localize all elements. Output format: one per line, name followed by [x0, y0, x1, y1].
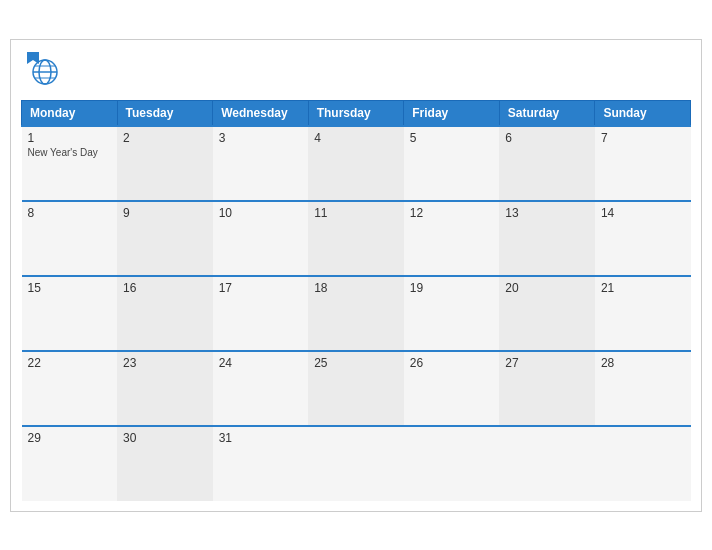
- calendar-day-cell: 21: [595, 276, 691, 351]
- calendar-day-cell: 14: [595, 201, 691, 276]
- calendar-day-cell: 30: [117, 426, 213, 501]
- calendar-day-cell: 31: [213, 426, 309, 501]
- day-number: 27: [505, 356, 589, 370]
- weekday-header-cell: Sunday: [595, 100, 691, 126]
- calendar-day-cell: 24: [213, 351, 309, 426]
- day-number: 7: [601, 131, 685, 145]
- calendar-day-cell: 11: [308, 201, 404, 276]
- weekday-header-row: MondayTuesdayWednesdayThursdayFridaySatu…: [22, 100, 691, 126]
- calendar-day-cell: 7: [595, 126, 691, 201]
- day-number: 12: [410, 206, 494, 220]
- day-number: 30: [123, 431, 207, 445]
- holiday-label: New Year's Day: [28, 147, 112, 158]
- calendar-day-cell: 15: [22, 276, 118, 351]
- calendar-grid: MondayTuesdayWednesdayThursdayFridaySatu…: [21, 100, 691, 501]
- logo-icon: [25, 50, 65, 90]
- day-number: 6: [505, 131, 589, 145]
- day-number: 15: [28, 281, 112, 295]
- day-number: 8: [28, 206, 112, 220]
- calendar-day-cell: 10: [213, 201, 309, 276]
- calendar-day-cell: 26: [404, 351, 500, 426]
- day-number: 23: [123, 356, 207, 370]
- day-number: 14: [601, 206, 685, 220]
- calendar-day-cell: 29: [22, 426, 118, 501]
- day-number: 17: [219, 281, 303, 295]
- calendar-week-row: 22232425262728: [22, 351, 691, 426]
- calendar-day-cell: 28: [595, 351, 691, 426]
- weekday-header-cell: Wednesday: [213, 100, 309, 126]
- day-number: 22: [28, 356, 112, 370]
- calendar-day-cell: 8: [22, 201, 118, 276]
- calendar-header: [21, 50, 691, 90]
- calendar-week-row: 1New Year's Day234567: [22, 126, 691, 201]
- day-number: 3: [219, 131, 303, 145]
- calendar-day-cell: 2: [117, 126, 213, 201]
- calendar-day-cell: 25: [308, 351, 404, 426]
- calendar-day-cell: 13: [499, 201, 595, 276]
- calendar-day-cell: 1New Year's Day: [22, 126, 118, 201]
- svg-marker-6: [27, 52, 39, 64]
- calendar-body: 1New Year's Day2345678910111213141516171…: [22, 126, 691, 501]
- logo: [25, 50, 65, 90]
- day-number: 5: [410, 131, 494, 145]
- day-number: 4: [314, 131, 398, 145]
- day-number: 10: [219, 206, 303, 220]
- day-number: 19: [410, 281, 494, 295]
- calendar-day-cell: 6: [499, 126, 595, 201]
- weekday-header-cell: Tuesday: [117, 100, 213, 126]
- calendar-day-cell: 20: [499, 276, 595, 351]
- day-number: 13: [505, 206, 589, 220]
- day-number: 21: [601, 281, 685, 295]
- calendar-day-cell: 3: [213, 126, 309, 201]
- calendar-day-cell: 19: [404, 276, 500, 351]
- day-number: 11: [314, 206, 398, 220]
- calendar-day-cell: 23: [117, 351, 213, 426]
- calendar-day-cell: [404, 426, 500, 501]
- day-number: 16: [123, 281, 207, 295]
- weekday-header-cell: Monday: [22, 100, 118, 126]
- day-number: 31: [219, 431, 303, 445]
- day-number: 18: [314, 281, 398, 295]
- weekday-header-cell: Thursday: [308, 100, 404, 126]
- calendar-day-cell: 9: [117, 201, 213, 276]
- day-number: 26: [410, 356, 494, 370]
- calendar-day-cell: 18: [308, 276, 404, 351]
- calendar-day-cell: [308, 426, 404, 501]
- weekday-header-cell: Friday: [404, 100, 500, 126]
- calendar-day-cell: [499, 426, 595, 501]
- calendar-week-row: 891011121314: [22, 201, 691, 276]
- day-number: 25: [314, 356, 398, 370]
- day-number: 29: [28, 431, 112, 445]
- calendar-day-cell: [595, 426, 691, 501]
- calendar-week-row: 15161718192021: [22, 276, 691, 351]
- day-number: 1: [28, 131, 112, 145]
- calendar-day-cell: 16: [117, 276, 213, 351]
- calendar-day-cell: 12: [404, 201, 500, 276]
- calendar-container: MondayTuesdayWednesdayThursdayFridaySatu…: [10, 39, 702, 512]
- day-number: 24: [219, 356, 303, 370]
- day-number: 28: [601, 356, 685, 370]
- calendar-week-row: 293031: [22, 426, 691, 501]
- calendar-day-cell: 17: [213, 276, 309, 351]
- day-number: 20: [505, 281, 589, 295]
- calendar-day-cell: 27: [499, 351, 595, 426]
- calendar-day-cell: 22: [22, 351, 118, 426]
- day-number: 9: [123, 206, 207, 220]
- calendar-day-cell: 4: [308, 126, 404, 201]
- weekday-header-cell: Saturday: [499, 100, 595, 126]
- day-number: 2: [123, 131, 207, 145]
- calendar-day-cell: 5: [404, 126, 500, 201]
